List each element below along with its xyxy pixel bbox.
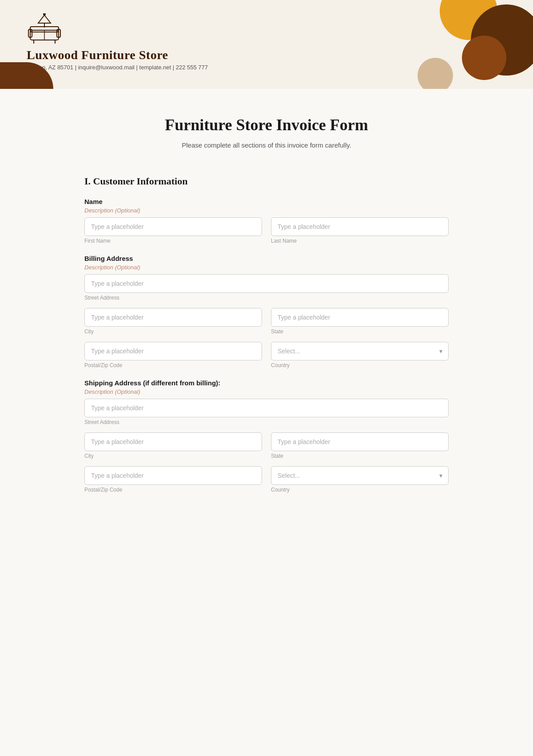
billing-country-select[interactable]: Select... United States Canada Mexico Ot…: [271, 342, 449, 360]
billing-street-sublabel: Street Address: [84, 295, 449, 301]
shipping-address-field-group: Shipping Address (if different from bill…: [84, 379, 449, 493]
billing-city-state-row: City State: [84, 308, 449, 335]
brand-contact: Tucson, AZ 85701 | inquire@luxwood.mail …: [27, 64, 208, 71]
last-name-sublabel: Last Name: [271, 238, 449, 244]
last-name-col: Last Name: [271, 217, 449, 244]
shipping-city-input[interactable]: [84, 432, 262, 451]
shipping-country-select[interactable]: Select... United States Canada Mexico Ot…: [271, 466, 449, 485]
billing-state-col: State: [271, 308, 449, 335]
shipping-postal-input[interactable]: [84, 466, 262, 485]
billing-postal-sublabel: Postal/Zip Code: [84, 362, 262, 368]
shipping-street-sublabel: Street Address: [84, 419, 449, 425]
billing-street-wrapper: Street Address: [84, 274, 449, 301]
shipping-street-wrapper: Street Address: [84, 399, 449, 425]
billing-state-sublabel: State: [271, 328, 449, 335]
billing-country-sublabel: Country: [271, 362, 449, 368]
svg-marker-0: [38, 15, 51, 23]
name-input-row: First Name Last Name: [84, 217, 449, 244]
billing-state-input[interactable]: [271, 308, 449, 327]
page-subtitle: Please complete all sections of this inv…: [84, 141, 449, 149]
logo-icon: [27, 13, 62, 44]
first-name-col: First Name: [84, 217, 262, 244]
shipping-country-select-wrapper: Select... United States Canada Mexico Ot…: [271, 466, 449, 485]
first-name-sublabel: First Name: [84, 238, 262, 244]
last-name-input[interactable]: [271, 217, 449, 236]
billing-country-col: Select... United States Canada Mexico Ot…: [271, 342, 449, 368]
billing-address-description: Description (Optional): [84, 264, 449, 271]
shipping-street-input[interactable]: [84, 399, 449, 417]
page-header: Luxwood Furniture Store Tucson, AZ 85701…: [0, 0, 533, 89]
brand-name: Luxwood Furniture Store: [27, 48, 168, 62]
first-name-input[interactable]: [84, 217, 262, 236]
billing-postal-country-row: Postal/Zip Code Select... United States …: [84, 342, 449, 368]
billing-country-select-wrapper: Select... United States Canada Mexico Ot…: [271, 342, 449, 360]
billing-city-input[interactable]: [84, 308, 262, 327]
shipping-state-input[interactable]: [271, 432, 449, 451]
name-field-group: Name Description (Optional) First Name L…: [84, 198, 449, 244]
section-customer-info-title: I. Customer Information: [84, 176, 449, 187]
main-content: Furniture Store Invoice Form Please comp…: [67, 89, 466, 551]
billing-city-col: City: [84, 308, 262, 335]
shipping-address-description: Description (Optional): [84, 388, 449, 395]
shipping-postal-sublabel: Postal/Zip Code: [84, 487, 262, 493]
shipping-city-state-row: City State: [84, 432, 449, 459]
name-description: Description (Optional): [84, 207, 449, 214]
billing-address-field-group: Billing Address Description (Optional) S…: [84, 255, 449, 368]
shipping-country-sublabel: Country: [271, 487, 449, 493]
shipping-city-col: City: [84, 432, 262, 459]
billing-city-sublabel: City: [84, 328, 262, 335]
billing-address-label: Billing Address: [84, 255, 449, 262]
shipping-postal-col: Postal/Zip Code: [84, 466, 262, 493]
page-title: Furniture Store Invoice Form: [84, 116, 449, 134]
logo-area: Luxwood Furniture Store Tucson, AZ 85701…: [27, 13, 506, 71]
shipping-country-col: Select... United States Canada Mexico Ot…: [271, 466, 449, 493]
svg-point-9: [43, 13, 46, 16]
billing-street-input[interactable]: [84, 274, 449, 293]
shipping-state-col: State: [271, 432, 449, 459]
shipping-city-sublabel: City: [84, 453, 262, 459]
name-label: Name: [84, 198, 449, 205]
billing-postal-col: Postal/Zip Code: [84, 342, 262, 368]
customer-information-section: I. Customer Information Name Description…: [84, 176, 449, 493]
shipping-postal-country-row: Postal/Zip Code Select... United States …: [84, 466, 449, 493]
shipping-address-label: Shipping Address (if different from bill…: [84, 379, 449, 387]
shipping-state-sublabel: State: [271, 453, 449, 459]
billing-postal-input[interactable]: [84, 342, 262, 360]
